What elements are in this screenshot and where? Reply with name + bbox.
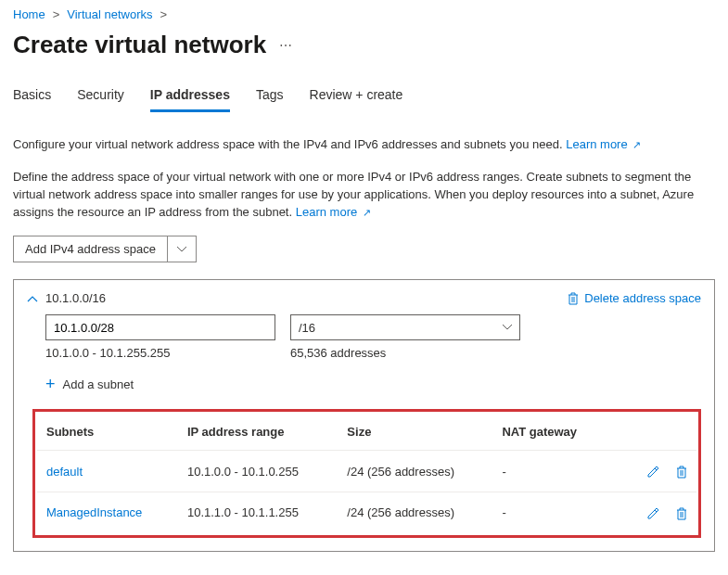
edit-icon[interactable] bbox=[646, 466, 659, 479]
cell-size: /24 (256 addresses) bbox=[338, 451, 492, 492]
learn-more-link-1[interactable]: Learn more ↗ bbox=[566, 137, 641, 151]
col-nat: NAT gateway bbox=[492, 414, 607, 451]
subnet-link-default[interactable]: default bbox=[46, 465, 83, 479]
address-range-text: 10.1.0.0 - 10.1.255.255 bbox=[45, 346, 275, 360]
col-size: Size bbox=[338, 414, 492, 451]
cell-range: 10.1.1.0 - 10.1.1.255 bbox=[178, 492, 338, 532]
cell-nat: - bbox=[492, 492, 607, 532]
tab-security[interactable]: Security bbox=[77, 82, 124, 112]
chevron-down-icon bbox=[503, 325, 512, 330]
subnets-table-highlight: Subnets IP address range Size NAT gatewa… bbox=[32, 409, 701, 537]
external-link-icon: ↗ bbox=[632, 139, 641, 150]
address-space-panel: 10.1.0.0/16 Delete address space /16 10.… bbox=[13, 279, 715, 551]
breadcrumb: Home > Virtual networks > bbox=[13, 7, 715, 21]
table-row: default 10.1.0.0 - 10.1.0.255 /24 (256 a… bbox=[37, 451, 696, 492]
tab-review-create[interactable]: Review + create bbox=[310, 82, 403, 112]
edit-icon[interactable] bbox=[646, 507, 659, 520]
cell-nat: - bbox=[492, 451, 607, 492]
tab-basics[interactable]: Basics bbox=[13, 82, 51, 112]
description-text-1: Configure your virtual network address s… bbox=[13, 136, 715, 154]
more-icon[interactable]: ⋯ bbox=[279, 38, 294, 53]
external-link-icon: ↗ bbox=[363, 207, 371, 218]
add-subnet-button[interactable]: + Add a subnet bbox=[45, 375, 701, 394]
trash-icon[interactable] bbox=[676, 466, 687, 479]
breadcrumb-vnets[interactable]: Virtual networks bbox=[67, 7, 152, 21]
chevron-down-icon[interactable] bbox=[168, 236, 196, 262]
trash-icon[interactable] bbox=[676, 507, 687, 520]
prefix-select[interactable]: /16 bbox=[290, 314, 520, 340]
learn-more-link-2[interactable]: Learn more ↗ bbox=[296, 205, 371, 219]
breadcrumb-home[interactable]: Home bbox=[13, 7, 45, 21]
page-title: Create virtual network bbox=[13, 31, 266, 59]
cell-range: 10.1.0.0 - 10.1.0.255 bbox=[178, 451, 338, 492]
address-range-input[interactable] bbox=[45, 314, 275, 340]
add-ipv4-address-space-button[interactable]: Add IPv4 address space bbox=[13, 236, 197, 262]
tab-tags[interactable]: Tags bbox=[256, 82, 284, 112]
subnet-link-managedinstance[interactable]: ManagedInstance bbox=[46, 505, 142, 519]
delete-address-space-button[interactable]: Delete address space bbox=[568, 291, 701, 305]
tab-ip-addresses[interactable]: IP addresses bbox=[150, 82, 230, 112]
subnets-table: Subnets IP address range Size NAT gatewa… bbox=[37, 414, 696, 532]
address-space-title: 10.1.0.0/16 bbox=[45, 291, 106, 305]
cell-size: /24 (256 addresses) bbox=[338, 492, 492, 532]
plus-icon: + bbox=[45, 375, 56, 394]
description-text-2: Define the address space of your virtual… bbox=[13, 169, 715, 222]
table-row: ManagedInstance 10.1.1.0 - 10.1.1.255 /2… bbox=[37, 492, 696, 532]
chevron-right-icon: > bbox=[160, 7, 168, 21]
col-subnets: Subnets bbox=[37, 414, 178, 451]
col-range: IP address range bbox=[178, 414, 338, 451]
address-count-text: 65,536 addresses bbox=[290, 346, 386, 360]
trash-icon bbox=[568, 292, 579, 305]
chevron-right-icon: > bbox=[53, 7, 60, 21]
tabs: Basics Security IP addresses Tags Review… bbox=[13, 82, 715, 112]
chevron-up-icon[interactable] bbox=[27, 295, 38, 302]
